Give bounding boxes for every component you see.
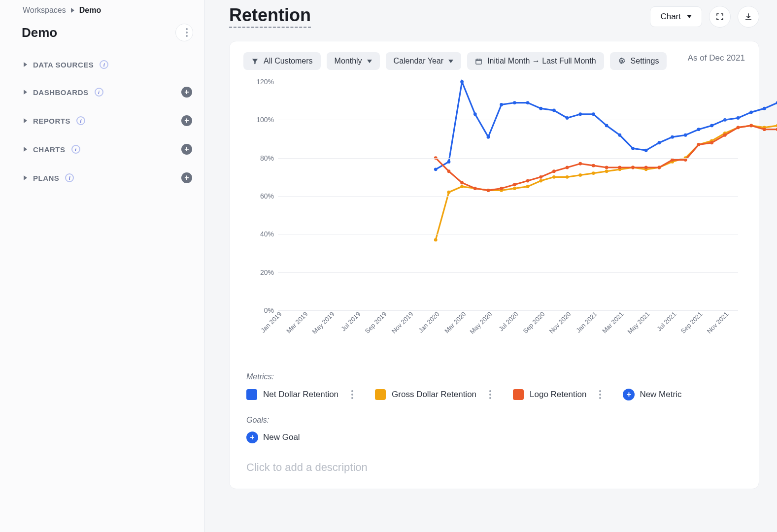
metric-menu-button[interactable] [487, 388, 493, 401]
breadcrumb: Workspaces Demo [0, 4, 204, 22]
metric-menu-button[interactable] [597, 388, 603, 401]
data-point[interactable] [763, 128, 766, 131]
metric-item[interactable]: Logo Retention [513, 388, 603, 401]
fullscreen-button[interactable] [709, 6, 731, 28]
view-type-selector[interactable]: Chart [650, 6, 702, 27]
breadcrumb-root[interactable]: Workspaces [23, 6, 66, 15]
data-point[interactable] [473, 187, 477, 190]
data-point[interactable] [487, 135, 490, 139]
data-point[interactable] [631, 166, 635, 169]
data-point[interactable] [460, 185, 464, 188]
data-point[interactable] [644, 166, 648, 169]
data-point[interactable] [500, 187, 503, 190]
data-point[interactable] [526, 179, 530, 183]
info-icon[interactable]: i [76, 116, 85, 125]
data-point[interactable] [737, 126, 740, 129]
plus-icon: + [623, 389, 635, 400]
data-point[interactable] [566, 116, 569, 120]
add-metric-button[interactable]: + New Metric [623, 389, 681, 400]
data-point[interactable] [592, 171, 595, 175]
data-point[interactable] [526, 101, 530, 104]
workspace-title: Demo [22, 25, 57, 40]
data-point[interactable] [684, 133, 687, 137]
workspace-menu-button[interactable] [175, 24, 193, 41]
data-point[interactable] [539, 179, 542, 183]
data-point[interactable] [697, 128, 701, 131]
granularity-chip[interactable]: Monthly [327, 52, 380, 70]
download-button[interactable] [738, 6, 759, 28]
data-point[interactable] [605, 169, 608, 173]
info-icon[interactable]: i [95, 88, 103, 97]
settings-chip[interactable]: Settings [610, 52, 667, 70]
data-point[interactable] [513, 187, 516, 190]
data-point[interactable] [710, 124, 713, 128]
add-button[interactable]: + [181, 144, 192, 155]
data-point[interactable] [763, 107, 766, 110]
data-point[interactable] [447, 169, 451, 173]
data-point[interactable] [526, 185, 530, 188]
page-title[interactable]: Retention [229, 5, 311, 28]
data-point[interactable] [539, 175, 542, 179]
data-point[interactable] [723, 133, 727, 137]
data-point[interactable] [671, 135, 674, 139]
data-point[interactable] [487, 189, 490, 192]
data-point[interactable] [578, 112, 582, 116]
data-point[interactable] [592, 112, 595, 116]
sidebar-item-dashboards[interactable]: DASHBOARDS i [24, 88, 103, 97]
data-point[interactable] [447, 160, 451, 164]
filter-chip[interactable]: All Customers [243, 52, 321, 70]
metric-name: Net Dollar Retention [263, 390, 338, 399]
data-point[interactable] [605, 166, 608, 169]
data-point[interactable] [578, 162, 582, 166]
data-point[interactable] [671, 158, 674, 162]
data-point[interactable] [657, 141, 661, 144]
data-point[interactable] [749, 124, 753, 128]
data-point[interactable] [434, 238, 438, 242]
metric-menu-button[interactable] [349, 388, 355, 401]
data-point[interactable] [513, 183, 516, 186]
sidebar-item-data sources[interactable]: DATA SOURCES i [24, 60, 108, 69]
data-point[interactable] [578, 173, 582, 177]
data-point[interactable] [618, 166, 621, 169]
metric-item[interactable]: Gross Dollar Retention [375, 388, 493, 401]
data-point[interactable] [500, 103, 503, 106]
data-point[interactable] [460, 181, 464, 185]
add-button[interactable]: + [181, 87, 192, 98]
sidebar-item-charts[interactable]: CHARTS i [24, 145, 80, 154]
data-point[interactable] [566, 175, 569, 179]
info-icon[interactable]: i [100, 60, 108, 69]
data-point[interactable] [618, 133, 621, 137]
data-point[interactable] [552, 175, 556, 179]
date-range-chip[interactable]: Initial Month → Last Full Month [467, 52, 604, 70]
add-button[interactable]: + [181, 172, 192, 183]
data-point[interactable] [566, 166, 569, 169]
data-point[interactable] [749, 110, 753, 114]
data-point[interactable] [697, 143, 701, 146]
data-point[interactable] [447, 191, 451, 194]
info-icon[interactable]: i [71, 145, 80, 154]
data-point[interactable] [657, 166, 661, 169]
data-point[interactable] [710, 141, 713, 144]
kebab-icon [184, 26, 190, 39]
data-point[interactable] [539, 107, 542, 110]
x-axis-tick: Sep 2020 [521, 310, 544, 333]
data-point[interactable] [552, 109, 556, 112]
period-chip[interactable]: Calendar Year [386, 52, 461, 70]
add-button[interactable]: + [181, 115, 192, 126]
add-goal-button[interactable]: + New Goal [246, 432, 300, 443]
data-point[interactable] [605, 124, 608, 128]
description-placeholder[interactable]: Click to add a description [246, 461, 745, 474]
data-point[interactable] [592, 164, 595, 167]
data-point[interactable] [552, 169, 556, 173]
sidebar-item-plans[interactable]: PLANS i [24, 173, 74, 182]
metric-item[interactable]: Net Dollar Retention [246, 388, 355, 401]
data-point[interactable] [737, 116, 740, 120]
sidebar-item-reports[interactable]: REPORTS i [24, 116, 85, 125]
data-point[interactable] [513, 101, 516, 104]
data-point[interactable] [434, 167, 438, 171]
data-point[interactable] [473, 112, 477, 116]
info-icon[interactable]: i [65, 173, 74, 182]
data-point[interactable] [631, 147, 635, 150]
data-point[interactable] [684, 158, 687, 162]
data-point[interactable] [644, 149, 648, 152]
